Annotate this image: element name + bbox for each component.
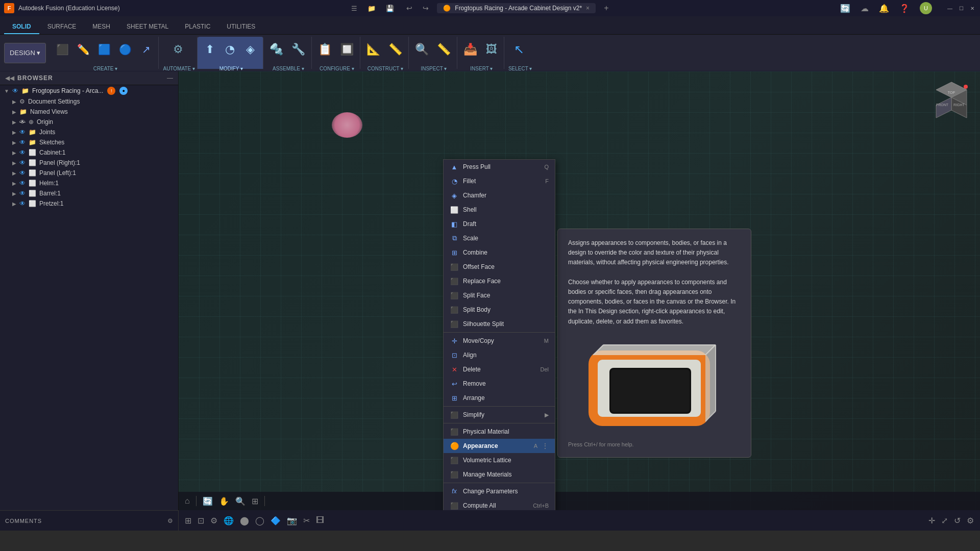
assemble-icon[interactable]: 🔩 [265, 34, 287, 65]
browser-cabinet[interactable]: ▶ 👁 ⬜ Cabinet:1 [0, 147, 178, 158]
vp-ctrl-9-icon[interactable]: ✂ [301, 515, 312, 527]
tab-surface[interactable]: SURFACE [39, 20, 85, 34]
bell-icon[interactable]: 🔔 [879, 4, 889, 13]
create-sketch-icon[interactable]: ✏️ [73, 34, 94, 65]
helm-eye-icon[interactable]: 👁 [19, 180, 26, 187]
vp-fit-icon[interactable]: ⊞ [250, 495, 260, 507]
vp-ctrl-2-icon[interactable]: ⊡ [195, 515, 206, 527]
menu-split-face[interactable]: ⬛ Split Face [444, 288, 555, 303]
help-icon[interactable]: ❓ [899, 4, 910, 13]
add-tab-icon[interactable]: + [604, 4, 608, 13]
browser-collapse-icon[interactable]: — [167, 74, 173, 82]
sketches-expand-icon[interactable]: ▶ [12, 140, 16, 145]
select-icon[interactable]: ↖ [509, 34, 529, 65]
menu-press-pull[interactable]: ▲ Press Pull Q [444, 160, 555, 174]
menu-compute-all[interactable]: ⬛ Compute All Ctrl+B [444, 498, 555, 510]
configure-group-label[interactable]: CONFIGURE ▾ [320, 65, 354, 71]
vp-ctrl-10-icon[interactable]: 🎞 [314, 515, 326, 526]
create-group-label[interactable]: CREATE ▾ [93, 65, 118, 71]
browser-pretzel[interactable]: ▶ 👁 ⬜ Pretzel:1 [0, 198, 178, 209]
panel-left-expand-icon[interactable]: ▶ [12, 170, 16, 176]
modify-fillet-icon[interactable]: ◔ [220, 34, 240, 65]
menu-draft[interactable]: ◧ Draft [444, 217, 555, 231]
browser-named-views[interactable]: ▶ 📁 Named Views [0, 107, 178, 117]
user-avatar[interactable]: U [920, 2, 932, 14]
joints-eye-icon[interactable]: 👁 [19, 129, 26, 136]
inspect-group-label[interactable]: INSPECT ▾ [421, 65, 447, 71]
pretzel-eye-icon[interactable]: 👁 [19, 200, 26, 207]
maximize-button[interactable]: ☐ [958, 5, 965, 12]
assemble-group-label[interactable]: ASSEMBLE ▾ [273, 65, 304, 71]
menu-volumetric-lattice[interactable]: ⬛ Volumetric Lattice [444, 453, 555, 467]
tab-utilities[interactable]: UTILITIES [218, 20, 263, 34]
menu-delete[interactable]: ✕ Delete Del [444, 362, 555, 377]
inspect-measure-icon[interactable]: 🔍 [411, 34, 433, 65]
undo-icon[interactable]: ↩ [406, 4, 412, 12]
create-new-component-icon[interactable]: ⬛ [52, 34, 73, 65]
modify-chamfer-icon[interactable]: ◈ [240, 34, 261, 65]
vp-ctrl-3-icon[interactable]: ⚙ [208, 515, 219, 527]
origin-expand-icon[interactable]: ▶ [12, 119, 16, 125]
browser-joints[interactable]: ▶ 👁 📁 Joints [0, 127, 178, 137]
menu-fillet[interactable]: ◔ Fillet F [444, 174, 555, 188]
menu-physical-material[interactable]: ⬛ Physical Material [444, 424, 555, 439]
cabinet-expand-icon[interactable]: ▶ [12, 150, 16, 156]
named-views-expand-icon[interactable]: ▶ [12, 109, 16, 115]
vp-move-icon[interactable]: ✛ [926, 515, 937, 527]
browser-panel-left[interactable]: ▶ 👁 ⬜ Panel (Left):1 [0, 168, 178, 178]
menu-manage-materials[interactable]: ⬛ Manage Materials [444, 467, 555, 482]
browser-origin[interactable]: ▶ 👁 ⊕ Origin [0, 117, 178, 127]
panel-right-eye-icon[interactable]: 👁 [19, 159, 26, 166]
menu-split-body[interactable]: ⬛ Split Body [444, 303, 555, 317]
construct-group-label[interactable]: CONSTRUCT ▾ [368, 65, 403, 71]
construct-plane-icon[interactable]: 📐 [362, 34, 384, 65]
appearance-dots-icon[interactable]: ⋮ [542, 442, 549, 450]
insert-group-label[interactable]: INSERT ▾ [470, 65, 493, 71]
menu-move-copy[interactable]: ✛ Move/Copy M [444, 334, 555, 348]
inspect-section-icon[interactable]: 📏 [433, 34, 455, 65]
nav-cube[interactable]: TOP RIGHT FRONT [931, 80, 972, 120]
menu-offset-face[interactable]: ⬛ Offset Face [444, 260, 555, 274]
menu-silhouette-split[interactable]: ⬛ Silhouette Split [444, 317, 555, 331]
vp-ctrl-5-icon[interactable]: ⬤ [238, 515, 251, 527]
vp-orbit-icon[interactable]: 🔄 [201, 495, 215, 507]
menu-shell[interactable]: ⬜ Shell [444, 203, 555, 217]
menu-chamfer[interactable]: ◈ Chamfer [444, 188, 555, 203]
panel-left-eye-icon[interactable]: 👁 [19, 169, 26, 177]
tab-sheet-metal[interactable]: SHEET METAL [118, 20, 177, 34]
close-button[interactable]: ✕ [969, 5, 976, 12]
vp-scale2-icon[interactable]: ⤢ [939, 515, 950, 527]
vp-rotate-icon[interactable]: ↺ [952, 515, 963, 527]
browser-panel-right[interactable]: ▶ 👁 ⬜ Panel (Right):1 [0, 158, 178, 168]
barrel-expand-icon[interactable]: ▶ [12, 191, 16, 196]
insert2-icon[interactable]: 🖼 [481, 34, 502, 65]
menu-remove[interactable]: ↩ Remove [444, 377, 555, 391]
helm-expand-icon[interactable]: ▶ [12, 181, 16, 186]
design-button[interactable]: DESIGN ▾ [4, 43, 46, 63]
assemble2-icon[interactable]: 🔧 [287, 34, 309, 65]
vp-ctrl-4-icon[interactable]: 🌐 [222, 515, 236, 527]
doc-close-icon[interactable]: × [586, 5, 590, 12]
vp-settings2-icon[interactable]: ⚙ [965, 515, 976, 527]
menu-combine[interactable]: ⊞ Combine [444, 245, 555, 260]
vp-pan-icon[interactable]: ✋ [217, 495, 231, 507]
viewport[interactable]: TOP RIGHT FRONT ▲ Press Pull Q ◔ Fillet [179, 71, 980, 510]
vp-ctrl-7-icon[interactable]: 🔷 [268, 515, 283, 527]
vp-home-icon[interactable]: ⌂ [183, 495, 192, 507]
minimize-button[interactable]: — [946, 5, 953, 12]
menu-scale[interactable]: ⧉ Scale [444, 231, 555, 245]
tab-solid[interactable]: SOLID [4, 20, 39, 34]
panel-right-expand-icon[interactable]: ▶ [12, 160, 16, 166]
insert-icon[interactable]: 📥 [459, 34, 481, 65]
construct-axis-icon[interactable]: 📏 [384, 34, 406, 65]
save-icon[interactable]: 💾 [386, 5, 394, 12]
sync-icon[interactable]: 🔄 [840, 4, 850, 13]
configure2-icon[interactable]: 🔲 [336, 34, 358, 65]
menu-change-parameters[interactable]: fx Change Parameters [444, 484, 555, 498]
comments-settings-icon[interactable]: ⚙ [167, 517, 173, 524]
automate-icon[interactable]: ⚙ [168, 34, 188, 65]
new-icon[interactable]: ☰ [351, 5, 357, 12]
cabinet-eye-icon[interactable]: 👁 [19, 149, 26, 156]
root-collapse-icon[interactable]: ▼ [4, 88, 9, 94]
browser-back-icon[interactable]: ◀◀ [5, 74, 14, 82]
